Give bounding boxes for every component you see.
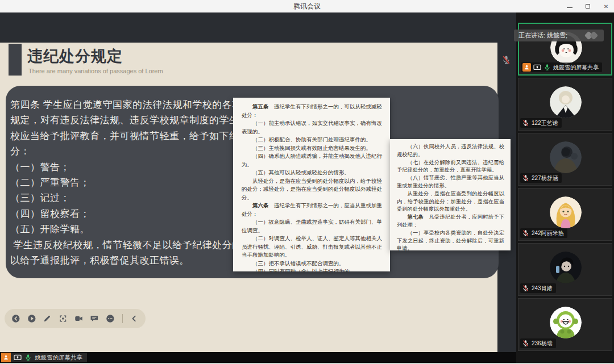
regulation-line: （四）留校察看； bbox=[10, 206, 234, 221]
window-controls: ✕ bbox=[566, 0, 609, 12]
title-accent-bar bbox=[9, 44, 22, 76]
bottom-status-bar: 姚懿雪的屏幕共享 bbox=[0, 352, 516, 363]
mic-muted-icon bbox=[522, 174, 529, 182]
muted-mic-indicator-icon bbox=[501, 55, 511, 65]
participant-label: 243肖婧 bbox=[520, 283, 556, 293]
collapse-toolbar-icon[interactable] bbox=[130, 313, 139, 324]
presentation-slide: 违纪处分规定 There are many variations of pass… bbox=[0, 43, 497, 352]
document-paragraph: 第七条 凡受违纪处分者，应同时给予下列处理： bbox=[397, 214, 504, 229]
document-paragraph: （五）其他可以从轻或减轻处分的情形。 bbox=[242, 169, 382, 177]
participant-tile[interactable]: 122王艺诺 bbox=[518, 78, 612, 131]
document-paragraph: （四）确系他人胁迫或诱骗，并能主动揭发他人违纪行为。 bbox=[242, 152, 382, 169]
document-paragraph: （一）故意隐瞒、歪曲或捏造事实，妨碍有关部门、单位调查。 bbox=[242, 218, 382, 235]
document-paragraph: （二）对调查人、检举人、证人、鉴定人等其他相关人员进行骚扰、诬陷、引诱、威胁、打… bbox=[242, 235, 382, 260]
more-button-icon[interactable] bbox=[106, 313, 115, 324]
regulation-line: 学生违反校纪校规，情节轻微不足以给予纪律处分的，可 bbox=[10, 237, 234, 253]
participant-name: 姚懿雪的屏幕共享 bbox=[553, 64, 599, 72]
regulation-line: 以给予通报批评，积极督促其改正错误。 bbox=[10, 253, 234, 268]
regulation-text: 第四条 学生应自觉遵守国家的法律法规和学校的各项管理规定，对有违反法律法规、违反… bbox=[10, 97, 234, 268]
focus-icon[interactable] bbox=[59, 313, 68, 324]
document-page-2: （六）伙同校外人员，违反法律法规、校规校纪的。（七）在处分解除前又因违法、违纪需… bbox=[390, 139, 511, 250]
document-paragraph: （八）情节恶劣、性质严重等其他应当从重或加重处分的情形。 bbox=[397, 174, 504, 190]
avatar bbox=[550, 196, 582, 228]
document-paragraph: （二）积极配合、协助有关部门处理违纪事件的。 bbox=[242, 136, 382, 144]
document-paragraph: 第五条 违纪学生有下列情形之一的，可以从轻或减轻处分： bbox=[242, 103, 382, 119]
participant-label: 姚懿雪的屏幕共享 bbox=[521, 62, 602, 72]
speaking-banner: 正在讲话: 姚懿雪; bbox=[514, 30, 604, 41]
document-paragraph: （三）拒不承认错误或不配合调查的。 bbox=[242, 260, 382, 268]
mic-muted-icon bbox=[522, 229, 529, 237]
camera-icon[interactable] bbox=[74, 313, 84, 324]
document-paragraph: 第六条 违纪学生有下列情形之一的，应当从重或加重处分： bbox=[242, 202, 382, 218]
avatar bbox=[550, 86, 582, 118]
participant-label: 236杨瑞 bbox=[520, 338, 556, 348]
document-page-1: 第五条 违纪学生有下列情形之一的，可以从轻或减轻处分：（一）能主动承认错误，如实… bbox=[233, 98, 390, 271]
document-paragraph: （一）能主动承认错误，如实交代错误事实，确有悔改表现的。 bbox=[242, 119, 382, 136]
mic-muted-icon bbox=[522, 119, 529, 127]
regulation-line: （二）严重警告； bbox=[10, 175, 234, 190]
mic-muted-icon bbox=[522, 284, 529, 292]
participant-label: 122王艺诺 bbox=[520, 118, 562, 128]
avatar bbox=[550, 252, 582, 283]
window-title: 腾讯会议 bbox=[293, 2, 321, 11]
previous-button-icon[interactable] bbox=[11, 313, 20, 324]
minimize-button[interactable] bbox=[566, 3, 573, 10]
screen-share-icon bbox=[14, 354, 22, 361]
watermark-logo bbox=[583, 32, 600, 40]
app-window: 腾讯会议 ✕ 违纪处分规定 There are many variations … bbox=[0, 0, 614, 364]
toolbar-divider bbox=[122, 314, 123, 323]
participant-tile[interactable]: 243肖婧 bbox=[518, 243, 612, 296]
mic-muted-icon bbox=[522, 340, 529, 347]
slide-subtitle: There are many variations of passages of… bbox=[28, 68, 163, 74]
regulation-line: 第四条 学生应自觉遵守国家的法律法规和学校的各项管理 bbox=[10, 97, 234, 112]
window-titlebar: 腾讯会议 ✕ bbox=[0, 0, 614, 12]
participant-name: 236杨瑞 bbox=[532, 340, 553, 348]
slide-title: 违纪处分规定 bbox=[27, 46, 123, 66]
chat-icon[interactable] bbox=[90, 313, 99, 324]
participant-name: 242阿丽米热 bbox=[532, 229, 564, 237]
pencil-icon[interactable] bbox=[43, 313, 52, 324]
document-paragraph: （三）主动挽回损失或有效阻止危害结果发生的。 bbox=[242, 144, 382, 153]
participant-tile[interactable]: 236杨瑞 bbox=[518, 298, 612, 351]
participant-name: 243肖婧 bbox=[532, 284, 553, 292]
regulation-line: （五）开除学籍。 bbox=[10, 221, 234, 237]
regulation-line: 分： bbox=[10, 144, 234, 159]
participant-tile[interactable]: 227杨舒涵 bbox=[518, 133, 612, 186]
document-paragraph: （六）伙同校外人员，违反法律法规、校规校纪的。 bbox=[397, 143, 504, 159]
document-paragraph: 从轻处分，是指在应当受到的处分幅度以内，给予较轻的处分；减轻处分，是指在应当受到… bbox=[242, 177, 382, 202]
avatar bbox=[550, 307, 582, 338]
share-status-chip: 姚懿雪的屏幕共享 bbox=[1, 353, 87, 362]
document-paragraph: （四）同时有两种（含）以上违纪行为的。 bbox=[242, 267, 382, 271]
regulation-line: （一）警告； bbox=[10, 160, 234, 175]
avatar bbox=[550, 141, 582, 173]
next-button-icon[interactable] bbox=[27, 313, 36, 324]
sidebar-footer bbox=[516, 352, 614, 363]
host-badge-icon bbox=[1, 353, 11, 362]
shared-screen-stage: 违纪处分规定 There are many variations of pass… bbox=[0, 12, 516, 352]
annotation-toolbar bbox=[5, 309, 146, 328]
document-paragraph: （七）在处分解除前又因违法、违纪需给予纪律处分的，加重处分，直至开除学籍。 bbox=[397, 159, 504, 175]
speaking-banner-text: 正在讲话: 姚懿雪; bbox=[518, 31, 583, 40]
document-paragraph: （一）享受校内各类资助的，自处分决定下发之日起，终止资助，处分解除后，可重新申请… bbox=[397, 229, 504, 250]
participant-name: 122王艺诺 bbox=[532, 119, 558, 127]
regulation-line: （三）记过； bbox=[10, 190, 234, 206]
maximize-button[interactable] bbox=[584, 3, 591, 10]
mic-on-icon bbox=[544, 64, 551, 71]
participant-label: 242阿丽米热 bbox=[520, 228, 567, 238]
regulation-line: 校应当给予批评教育，并可视情节轻重，给予如下纪律处 bbox=[10, 128, 234, 144]
mic-on-icon bbox=[24, 354, 32, 361]
participant-tile[interactable]: 242阿丽米热 bbox=[518, 188, 612, 241]
participant-name: 227杨舒涵 bbox=[532, 174, 558, 182]
host-badge-icon bbox=[522, 63, 531, 72]
screen-share-icon bbox=[533, 64, 541, 71]
share-label: 姚懿雪的屏幕共享 bbox=[35, 354, 82, 362]
participant-sidebar: 姚懿雪的屏幕共享 122王艺诺 bbox=[516, 12, 614, 363]
document-paragraph: 从重处分，是指在应当受到的处分幅度以内，给予较重的处分；加重处分，是指在应当受到… bbox=[397, 190, 504, 214]
close-button[interactable]: ✕ bbox=[603, 3, 609, 10]
participant-label: 227杨舒涵 bbox=[520, 173, 562, 183]
regulation-line: 规定，对有违反法律法规、违反学校规章制度的学生，学 bbox=[10, 112, 234, 128]
